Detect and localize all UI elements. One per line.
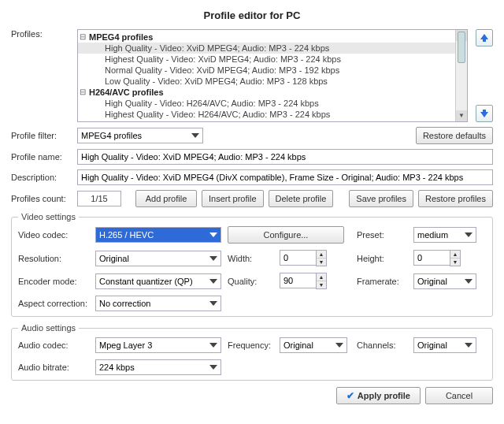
apply-profile-button[interactable]: ✔ Apply profile	[336, 387, 421, 404]
video-settings-group: Video settings Video codec: H.265 / HEVC…	[11, 212, 493, 317]
frequency-label: Frequency:	[228, 340, 273, 350]
page-title: Profile editor for PC	[11, 9, 493, 21]
spin-down[interactable]: ▼	[450, 258, 460, 266]
profile-filter-select[interactable]: MPEG4 profiles	[77, 128, 203, 143]
width-input[interactable]	[280, 250, 316, 266]
quality-stepper[interactable]: ▲▼	[280, 273, 350, 289]
scroll-down-arrow[interactable]: ▼	[456, 110, 467, 121]
tree-item[interactable]: Highest Quality - Video: H264/AVC; Audio…	[78, 109, 467, 120]
svg-marker-1	[480, 110, 488, 117]
tree-item[interactable]: Highest Quality - Video: XviD MPEG4; Aud…	[78, 54, 467, 65]
restore-defaults-button[interactable]: Restore defaults	[416, 127, 493, 144]
profile-name-input[interactable]	[77, 149, 493, 165]
aspect-correction-select[interactable]: No correction	[95, 296, 221, 311]
channels-label: Channels:	[357, 340, 407, 350]
video-settings-legend: Video settings	[18, 212, 79, 221]
audio-settings-group: Audio settings Audio codec: Mpeg Layer 3…	[11, 323, 493, 381]
channels-select[interactable]: Original	[413, 337, 476, 353]
preset-label: Preset:	[357, 230, 407, 240]
encoder-mode-select[interactable]: Constant quantizer (QP)	[95, 273, 221, 289]
quality-label: Quality:	[228, 277, 273, 286]
add-profile-button[interactable]: Add profile	[135, 190, 197, 207]
arrow-down-icon	[480, 109, 489, 118]
encoder-mode-label: Encoder mode:	[18, 277, 89, 286]
description-label: Description:	[11, 173, 72, 182]
restore-profiles-button[interactable]: Restore profiles	[418, 190, 493, 207]
arrow-up-icon	[480, 33, 489, 43]
tree-item[interactable]: Low Quality - Video: XviD MPEG4; Audio: …	[78, 76, 467, 87]
width-label: Width:	[228, 254, 273, 263]
video-codec-label: Video codec:	[18, 230, 89, 240]
audio-settings-legend: Audio settings	[18, 323, 79, 333]
description-input[interactable]	[77, 169, 493, 185]
quality-input[interactable]	[280, 273, 316, 288]
video-codec-select[interactable]: H.265 / HEVC	[95, 227, 221, 243]
tree-item[interactable]: Normal Quality - Video: XviD MPEG4; Audi…	[78, 65, 467, 76]
spin-up[interactable]: ▲	[317, 251, 326, 258]
spin-down[interactable]: ▼	[317, 258, 326, 266]
audio-codec-label: Audio codec:	[18, 340, 89, 350]
profiles-label: Profiles:	[11, 29, 72, 39]
check-icon: ✔	[346, 390, 354, 401]
configure-button[interactable]: Configure...	[228, 226, 344, 244]
preset-select[interactable]: medium	[413, 227, 476, 243]
resolution-select[interactable]: Original	[95, 251, 221, 266]
frequency-select[interactable]: Original	[280, 337, 347, 353]
aspect-correction-label: Aspect correction:	[18, 299, 89, 308]
move-down-button[interactable]	[476, 105, 493, 122]
apply-profile-label: Apply profile	[358, 391, 410, 400]
tree-group-mpeg4[interactable]: MPEG4 profiles	[78, 32, 467, 43]
audio-codec-select[interactable]: Mpeg Layer 3	[95, 337, 221, 353]
delete-profile-button[interactable]: Delete profile	[269, 190, 334, 207]
audio-bitrate-label: Audio bitrate:	[18, 363, 89, 372]
framerate-select[interactable]: Original	[413, 273, 476, 289]
tree-item[interactable]: High Quality - Video: H264/AVC; Audio: M…	[78, 98, 467, 109]
audio-bitrate-select[interactable]: 224 kbps	[95, 359, 221, 375]
profiles-count-label: Profiles count:	[11, 194, 72, 203]
profile-name-label: Profile name:	[11, 152, 72, 162]
profile-filter-label: Profile filter:	[11, 131, 72, 140]
height-stepper[interactable]: ▲▼	[413, 250, 476, 266]
height-input[interactable]	[413, 250, 450, 266]
tree-item[interactable]: High Quality - Video: XviD MPEG4; Audio:…	[78, 43, 467, 54]
spin-down[interactable]: ▼	[317, 281, 326, 288]
tree-group-h264[interactable]: H264/AVC profiles	[78, 87, 467, 98]
tree-scrollbar[interactable]: ▲ ▼	[455, 30, 467, 121]
height-label: Height:	[357, 254, 407, 263]
scroll-thumb[interactable]	[458, 32, 465, 63]
profiles-count-value: 1/15	[77, 191, 121, 206]
cancel-button[interactable]: Cancel	[425, 387, 493, 404]
width-stepper[interactable]: ▲▼	[280, 250, 350, 266]
profiles-tree[interactable]: MPEG4 profiles High Quality - Video: Xvi…	[77, 29, 468, 122]
framerate-label: Framerate:	[357, 277, 407, 286]
resolution-label: Resolution:	[18, 254, 89, 263]
insert-profile-button[interactable]: Insert profile	[202, 190, 264, 207]
svg-marker-0	[480, 34, 488, 42]
spin-up[interactable]: ▲	[317, 273, 326, 281]
spin-up[interactable]: ▲	[450, 251, 460, 258]
move-up-button[interactable]	[476, 29, 493, 46]
save-profiles-button[interactable]: Save profiles	[349, 190, 413, 207]
